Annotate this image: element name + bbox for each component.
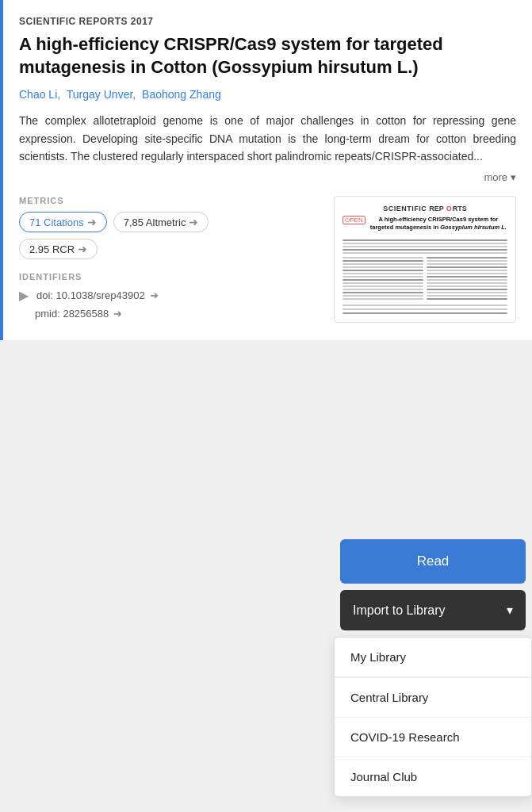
rcr-badge-row: 2.95 RCR ➜ — [19, 239, 321, 259]
citations-arrow-icon: ➜ — [87, 216, 97, 228]
actions-container: Read Import to Library ▾ — [334, 539, 532, 637]
abstract-text: The complex allotetraploid genome is one… — [19, 112, 516, 165]
article-card: Scientific Reports 2017 A high-efficienc… — [0, 0, 532, 340]
accent-bar — [0, 0, 3, 340]
author-1[interactable]: Chao Li, — [19, 88, 60, 101]
authors-line: Chao Li, Turgay Unver, Baohong Zhang — [19, 88, 516, 101]
actions-panel: Read Import to Library ▾ My Library Cent… — [334, 539, 532, 797]
identifiers-label: IDENTIFIERS — [19, 272, 321, 282]
doi-arrow-icon[interactable]: ➜ — [150, 289, 159, 301]
more-link[interactable]: more ▾ — [19, 171, 516, 183]
thumb-footer-lines — [343, 304, 507, 314]
author-3[interactable]: Baohong Zhang — [142, 88, 221, 101]
metrics-badges: 71 Citations ➜ 7,85 Altmetric ➜ — [19, 212, 321, 232]
altmetric-badge[interactable]: 7,85 Altmetric ➜ — [113, 212, 209, 232]
pmid-arrow-icon[interactable]: ➜ — [113, 308, 122, 320]
import-label: Import to Library — [353, 603, 445, 618]
thumbnail-journal-logo: SCIENTIFIC REPORTS — [343, 205, 507, 213]
altmetric-arrow-icon: ➜ — [189, 216, 198, 228]
altmetric-text: 7,85 Altmetric — [124, 216, 186, 228]
journal-label: Scientific Reports 2017 — [19, 16, 516, 27]
chevron-down-icon: ▾ — [511, 171, 516, 183]
paper-thumbnail-panel: SCIENTIFIC REPORTS OPEN A high-efficienc… — [334, 196, 516, 323]
expand-icon[interactable]: ▶ — [19, 288, 29, 303]
thumb-body — [343, 239, 507, 254]
citations-badge[interactable]: 71 Citations ➜ — [19, 212, 107, 232]
import-chevron-icon: ▾ — [507, 603, 513, 618]
metrics-label: METRICS — [19, 196, 321, 205]
import-dropdown: My Library Central Library COVID-19 Rese… — [334, 637, 532, 797]
doi-text: doi: 10.1038/srep43902 — [36, 289, 145, 301]
dropdown-item-journal-club[interactable]: Journal Club — [335, 757, 531, 796]
rcr-text: 2.95 RCR — [29, 243, 75, 255]
pmid-text: pmid: 28256588 — [35, 308, 109, 320]
pmid-row: pmid: 28256588 ➜ — [19, 308, 321, 320]
open-badge: OPEN — [343, 216, 366, 224]
import-button[interactable]: Import to Library ▾ — [340, 590, 526, 630]
thumb-header: SCIENTIFIC REPORTS OPEN A high-efficienc… — [343, 205, 507, 235]
left-panel: METRICS 71 Citations ➜ 7,85 Altmetric ➜ … — [19, 196, 321, 324]
more-text[interactable]: more — [484, 171, 507, 183]
article-title: A high-efficiency CRISPR/Cas9 system for… — [19, 33, 516, 79]
citations-text: 71 Citations — [29, 216, 84, 228]
dropdown-item-covid-research[interactable]: COVID-19 Research — [335, 718, 531, 757]
thumb-columns — [343, 257, 507, 300]
thumb-title-block: OPEN A high-efficiency CRISPR/Cas9 syste… — [343, 216, 507, 235]
dropdown-item-my-library[interactable]: My Library — [335, 638, 531, 677]
doi-row: ▶ doi: 10.1038/srep43902 ➜ — [19, 288, 321, 303]
content-row: METRICS 71 Citations ➜ 7,85 Altmetric ➜ … — [19, 196, 516, 324]
author-2[interactable]: Turgay Unver, — [67, 88, 136, 101]
rcr-arrow-icon: ➜ — [78, 243, 87, 255]
rcr-badge[interactable]: 2.95 RCR ➜ — [19, 239, 98, 259]
paper-thumbnail: SCIENTIFIC REPORTS OPEN A high-efficienc… — [334, 196, 516, 323]
read-button[interactable]: Read — [340, 539, 526, 584]
dropdown-item-central-library[interactable]: Central Library — [335, 678, 531, 718]
